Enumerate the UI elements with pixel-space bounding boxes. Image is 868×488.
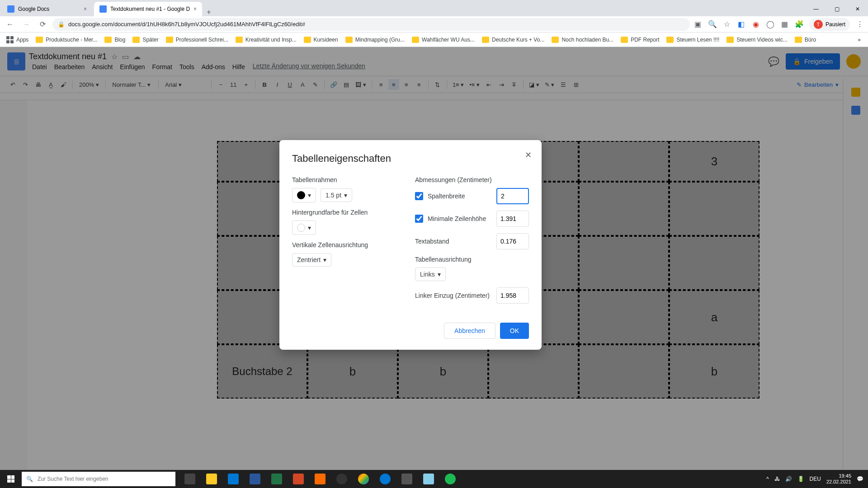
- tray-speaker-icon[interactable]: 🔊: [785, 476, 792, 482]
- docs-favicon: [7, 5, 14, 13]
- row-height-label: Minimale Zeilenhöhe: [428, 215, 486, 222]
- close-icon[interactable]: ✕: [525, 150, 532, 160]
- start-button[interactable]: [0, 470, 22, 488]
- bookmark[interactable]: Steuern Videos wic...: [724, 35, 790, 45]
- bookmark[interactable]: Produktsuche - Mer...: [33, 35, 100, 45]
- folder-icon: [726, 37, 734, 43]
- col-width-input[interactable]: [496, 188, 529, 204]
- folder-icon: [104, 37, 112, 43]
- tray-clock[interactable]: 19:45 22.02.2021: [826, 473, 851, 485]
- star-icon[interactable]: ☆: [722, 20, 731, 29]
- word-icon[interactable]: [244, 470, 266, 488]
- bookmark[interactable]: Steuern Lesen !!!!: [664, 35, 722, 45]
- table-align-select[interactable]: Links ▾: [415, 267, 446, 281]
- bg-color-select[interactable]: ▾: [292, 221, 316, 235]
- bookmark[interactable]: Kreativität und Insp...: [233, 35, 299, 45]
- row-height-checkbox[interactable]: [415, 215, 423, 223]
- tray-network-icon[interactable]: 🖧: [774, 476, 780, 482]
- bookmark[interactable]: Später: [130, 35, 161, 45]
- explorer-icon[interactable]: [201, 470, 222, 488]
- dimensions-label: Abmessungen (Zentimeter): [415, 176, 529, 183]
- indent-label: Linker Einzug (Zentimeter): [415, 292, 490, 299]
- extension-icon[interactable]: ◉: [751, 20, 760, 29]
- bookmark[interactable]: PDF Report: [618, 35, 662, 45]
- tray-battery-icon[interactable]: 🔋: [797, 476, 804, 482]
- tray-chevron-icon[interactable]: ^: [766, 476, 769, 482]
- minimize-button[interactable]: —: [806, 2, 826, 16]
- bookmark[interactable]: Noch hochladen Bu...: [549, 35, 616, 45]
- search-icon: 🔍: [26, 476, 33, 482]
- taskbar: 🔍 Zur Suche Text hier eingeben ^ 🖧 🔊 🔋 D…: [0, 470, 868, 488]
- close-icon[interactable]: ×: [84, 6, 87, 12]
- folder-icon: [552, 37, 559, 43]
- folder-icon: [236, 37, 243, 43]
- row-height-input[interactable]: [496, 211, 529, 227]
- cancel-button[interactable]: Abbrechen: [444, 323, 495, 339]
- valign-select[interactable]: Zentriert ▾: [292, 253, 331, 267]
- folder-icon: [666, 37, 674, 43]
- notepad-icon[interactable]: [418, 470, 439, 488]
- excel-icon[interactable]: [266, 470, 288, 488]
- back-button[interactable]: ←: [4, 18, 16, 31]
- browser-tab-active[interactable]: Textdokument neu #1 - Google D ×: [94, 2, 202, 16]
- col-width-checkbox[interactable]: [415, 192, 423, 200]
- bookmark[interactable]: Deutsche Kurs + Vo...: [479, 35, 547, 45]
- folder-icon: [345, 37, 353, 43]
- obs-icon[interactable]: [331, 470, 353, 488]
- zoom-icon[interactable]: 🔍: [708, 20, 717, 29]
- extension-icon[interactable]: ◧: [737, 20, 746, 29]
- app-icon[interactable]: [396, 470, 418, 488]
- folder-icon: [412, 37, 419, 43]
- spotify-icon[interactable]: [439, 470, 461, 488]
- url-field[interactable]: 🔒 docs.google.com/document/d/1hUH8k6h7Lb…: [52, 18, 690, 31]
- folder-icon: [795, 37, 802, 43]
- extension-icon[interactable]: ▦: [780, 20, 789, 29]
- task-view-icon[interactable]: [179, 470, 201, 488]
- chrome-icon[interactable]: [353, 470, 374, 488]
- maximize-button[interactable]: ▢: [826, 2, 847, 16]
- bookmark[interactable]: Blog: [102, 35, 128, 45]
- tab-title: Google Docs: [18, 6, 49, 12]
- bg-section-label: Hintergrundfarbe für Zellen: [292, 209, 406, 216]
- browser-tab[interactable]: Google Docs ×: [2, 2, 92, 16]
- tab-title: Textdokument neu #1 - Google D: [110, 6, 190, 12]
- folder-icon: [621, 37, 628, 43]
- indent-input[interactable]: [496, 287, 529, 304]
- bookmark[interactable]: Professionell Schrei...: [163, 35, 231, 45]
- extensions-button[interactable]: 🧩: [795, 20, 804, 29]
- avatar: T: [814, 20, 823, 29]
- bookmark[interactable]: Wahlfächer WU Aus...: [409, 35, 477, 45]
- bookmark[interactable]: Mindmapping (Gru...: [343, 35, 407, 45]
- border-width-select[interactable]: 1.5 pt ▾: [321, 188, 352, 202]
- bookmark[interactable]: Kursideen: [301, 35, 341, 45]
- app-icon[interactable]: [309, 470, 331, 488]
- border-color-select[interactable]: ▾: [292, 188, 316, 202]
- color-swatch: [297, 224, 305, 232]
- folder-icon: [482, 37, 489, 43]
- powerpoint-icon[interactable]: [288, 470, 309, 488]
- reload-button[interactable]: ⟳: [36, 18, 49, 31]
- close-icon[interactable]: ×: [193, 6, 197, 12]
- profile-status[interactable]: T Pausiert: [809, 18, 850, 31]
- lock-icon: 🔒: [58, 21, 65, 28]
- tray-lang[interactable]: DEU: [810, 476, 821, 482]
- apps-button[interactable]: Apps: [4, 34, 31, 45]
- bookmark[interactable]: Büro: [792, 35, 819, 45]
- menu-icon[interactable]: ⋮: [855, 20, 864, 29]
- padding-input[interactable]: [496, 233, 529, 249]
- new-tab-button[interactable]: +: [202, 8, 215, 16]
- edge-icon[interactable]: [374, 470, 396, 488]
- forward-button[interactable]: →: [20, 18, 33, 31]
- taskbar-search[interactable]: 🔍 Zur Suche Text hier eingeben: [22, 472, 175, 486]
- ok-button[interactable]: OK: [500, 323, 529, 339]
- tray-notifications-icon[interactable]: 💬: [857, 476, 863, 482]
- window-close-button[interactable]: ✕: [847, 2, 868, 16]
- camera-icon[interactable]: ▣: [693, 20, 703, 29]
- browser-tabs: Google Docs × Textdokument neu #1 - Goog…: [0, 0, 868, 16]
- padding-label: Textabstand: [415, 238, 449, 245]
- mail-icon[interactable]: [222, 470, 244, 488]
- table-properties-modal: Tabelleneigenschaften ✕ Tabellenrahmen ▾…: [279, 140, 542, 350]
- extension-icon[interactable]: ◯: [766, 20, 775, 29]
- bookmark-overflow[interactable]: »: [854, 37, 864, 43]
- folder-icon: [36, 37, 43, 43]
